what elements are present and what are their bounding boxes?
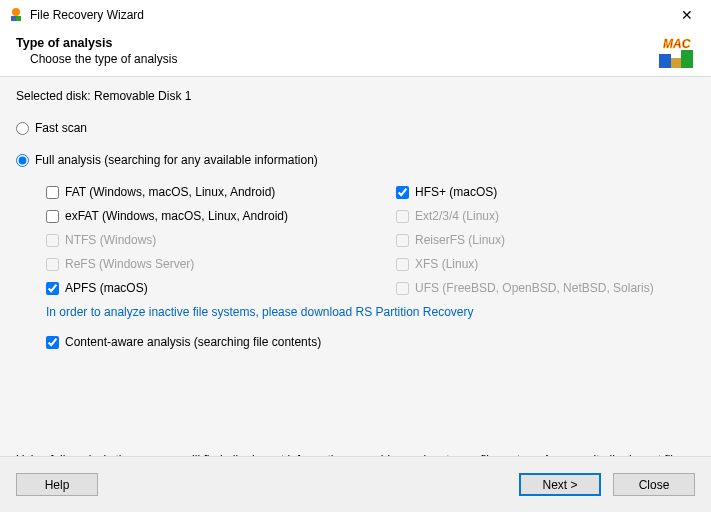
fs-refs-checkbox xyxy=(46,258,59,271)
header-title: Type of analysis xyxy=(16,36,695,50)
fs-apfs[interactable]: APFS (macOS) xyxy=(46,281,396,295)
close-icon: ✕ xyxy=(681,7,693,23)
fast-scan-radio[interactable] xyxy=(16,122,29,135)
fs-exfat-checkbox[interactable] xyxy=(46,210,59,223)
titlebar: File Recovery Wizard ✕ xyxy=(0,0,711,30)
body-area: Selected disk: Removable Disk 1 Fast sca… xyxy=(0,76,711,440)
filesystem-grid: FAT (Windows, macOS, Linux, Android) HFS… xyxy=(46,185,695,295)
fs-ufs: UFS (FreeBSD, OpenBSD, NetBSD, Solaris) xyxy=(396,281,695,295)
fs-ext: Ext2/3/4 (Linux) xyxy=(396,209,695,223)
fs-xfs: XFS (Linux) xyxy=(396,257,695,271)
app-icon xyxy=(8,7,24,23)
svg-rect-3 xyxy=(659,54,671,68)
svg-point-0 xyxy=(12,8,20,16)
window-title: File Recovery Wizard xyxy=(30,8,144,22)
mac-logo-icon: MAC xyxy=(655,30,697,72)
fs-ufs-checkbox xyxy=(396,282,409,295)
fast-scan-label: Fast scan xyxy=(35,121,87,135)
full-analysis-radio[interactable] xyxy=(16,154,29,167)
content-aware-option[interactable]: Content-aware analysis (searching file c… xyxy=(46,335,695,349)
fs-hfsplus[interactable]: HFS+ (macOS) xyxy=(396,185,695,199)
svg-rect-5 xyxy=(681,50,693,68)
close-footer-button[interactable]: Close xyxy=(613,473,695,496)
close-button[interactable]: ✕ xyxy=(665,0,709,30)
fs-reiserfs-checkbox xyxy=(396,234,409,247)
fs-reiserfs: ReiserFS (Linux) xyxy=(396,233,695,247)
fs-fat-checkbox[interactable] xyxy=(46,186,59,199)
fs-hfsplus-checkbox[interactable] xyxy=(396,186,409,199)
fs-xfs-checkbox xyxy=(396,258,409,271)
fs-ntfs-checkbox xyxy=(46,234,59,247)
fs-apfs-checkbox[interactable] xyxy=(46,282,59,295)
fs-ext-checkbox xyxy=(396,210,409,223)
next-button[interactable]: Next > xyxy=(519,473,601,496)
titlebar-left: File Recovery Wizard xyxy=(8,7,144,23)
fs-ntfs: NTFS (Windows) xyxy=(46,233,396,247)
footer: Help Next > Close xyxy=(0,456,711,512)
full-analysis-label: Full analysis (searching for any availab… xyxy=(35,153,318,167)
svg-text:MAC: MAC xyxy=(663,37,691,51)
content-aware-label: Content-aware analysis (searching file c… xyxy=(65,335,321,349)
full-analysis-option[interactable]: Full analysis (searching for any availab… xyxy=(16,153,695,167)
fs-refs: ReFS (Windows Server) xyxy=(46,257,396,271)
fs-exfat[interactable]: exFAT (Windows, macOS, Linux, Android) xyxy=(46,209,396,223)
content-aware-checkbox[interactable] xyxy=(46,336,59,349)
svg-rect-1 xyxy=(11,16,16,21)
header-subtitle: Choose the type of analysis xyxy=(16,52,695,66)
help-button[interactable]: Help xyxy=(16,473,98,496)
header-area: Type of analysis Choose the type of anal… xyxy=(0,30,711,76)
footer-right: Next > Close xyxy=(519,473,695,496)
selected-disk-label: Selected disk: Removable Disk 1 xyxy=(16,89,695,103)
fast-scan-option[interactable]: Fast scan xyxy=(16,121,695,135)
svg-rect-2 xyxy=(16,16,21,21)
download-link[interactable]: In order to analyze inactive file system… xyxy=(46,305,695,319)
fs-fat[interactable]: FAT (Windows, macOS, Linux, Android) xyxy=(46,185,396,199)
